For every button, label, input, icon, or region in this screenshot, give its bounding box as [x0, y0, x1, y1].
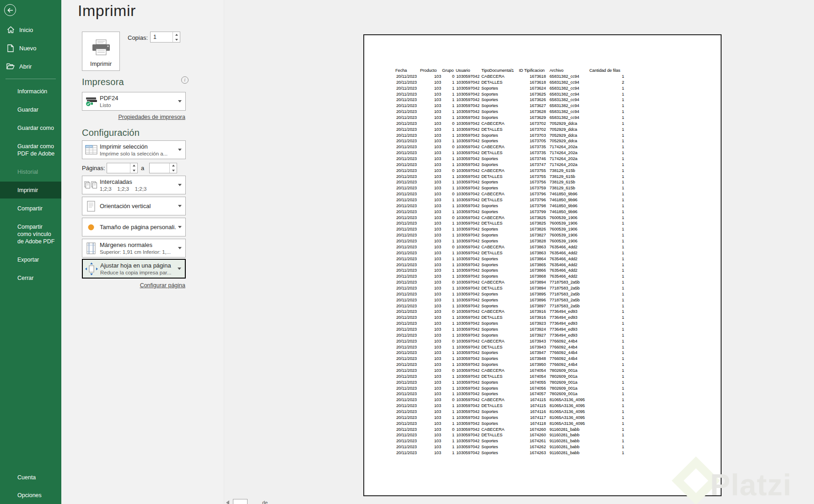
table-cell: 1 [589, 321, 624, 327]
chevron-down-icon [178, 268, 181, 270]
table-cell: 1 [589, 356, 624, 362]
table-cell: DETALLES [481, 80, 520, 86]
scaling-dropdown[interactable]: Ajustar hoja en una página Reduce la cop… [82, 259, 186, 279]
previous-page-icon[interactable] [226, 500, 229, 504]
sidebar-item-imprimir[interactable]: Imprimir [0, 182, 61, 198]
collation-title: Intercaladas [100, 178, 176, 186]
copies-input[interactable] [151, 32, 175, 42]
table-cell: 103 [420, 403, 441, 409]
portrait-page-icon [82, 201, 100, 212]
table-cell: 1 [442, 391, 454, 397]
sidebar-item-nuevo[interactable]: Nuevo [6, 43, 37, 53]
table-row: 20/11/202310311030597042Soportes16742629… [364, 444, 721, 450]
table-cell: 1673864 [519, 256, 546, 262]
table-cell: 20/11/2023 [396, 103, 424, 109]
new-doc-icon [6, 44, 15, 52]
printer-status: Listo [100, 102, 176, 108]
table-cell: 1 [442, 432, 454, 438]
table-cell: 1 [442, 185, 454, 191]
table-cell: 1 [442, 415, 454, 421]
pages-from-spin-buttons[interactable] [130, 163, 137, 173]
table-cell: 1673943 [519, 344, 546, 350]
table-cell: 1674056 [519, 386, 546, 391]
sidebar-item-compartir[interactable]: Compartir [0, 205, 61, 212]
table-cell: 7802609_001a [550, 368, 592, 374]
table-cell: 1674115 [519, 397, 546, 403]
sidebar-item-opciones[interactable]: Opciones [17, 492, 42, 499]
table-cell: Soportes [481, 103, 520, 109]
copies-spin-buttons[interactable] [173, 32, 180, 42]
table-cell: 20/11/2023 [396, 327, 424, 332]
print-button[interactable]: Imprimir [82, 32, 120, 71]
table-row: 20/11/202310311030597042Soportes16742639… [364, 450, 721, 456]
pages-to-input[interactable] [150, 163, 172, 173]
info-icon[interactable]: i [181, 76, 189, 84]
sidebar-item-cuenta[interactable]: Cuenta [17, 474, 36, 481]
printer-section-heading: Impresora [82, 77, 124, 87]
table-cell: 77187583_2a5b [550, 285, 592, 291]
orientation-dropdown[interactable]: Orientación vertical [82, 197, 186, 215]
sidebar-item-label: Información [17, 88, 47, 95]
printer-properties-link[interactable]: Propiedades de impresora [104, 114, 185, 120]
printer-select[interactable]: PDF24 Listo [82, 92, 186, 111]
table-cell: 1030597042 [456, 321, 480, 327]
sidebar-item-guardar-como[interactable]: Guardar como [0, 124, 61, 132]
table-row: 20/11/202310311030597042Soportes16738967… [364, 297, 721, 303]
back-button[interactable] [4, 4, 16, 16]
print-what-dropdown[interactable]: Imprimir selección Imprime solo la selec… [82, 140, 186, 159]
page-number-input[interactable] [233, 499, 248, 504]
sidebar-item-cerrar[interactable]: Cerrar [0, 274, 61, 282]
table-cell: 1 [589, 150, 624, 156]
table-cell: Soportes [481, 291, 520, 297]
table-cell: 103 [420, 374, 441, 380]
table-cell: 1 [442, 297, 454, 303]
table-cell: 1 [589, 156, 624, 162]
selection-grid-icon [82, 145, 100, 155]
sidebar-item-inicio[interactable]: Inicio [6, 25, 33, 34]
table-cell: 0 [442, 121, 454, 127]
collation-dropdown[interactable]: Intercaladas 1;2;3 1;2;3 1;2;3 [82, 176, 186, 194]
table-row: 20/11/202310311030597042DETALLES16737557… [364, 174, 721, 180]
table-cell: 1030597042 [456, 86, 480, 91]
table-cell: 1030597042 [456, 380, 480, 386]
page-setup-link[interactable]: Configurar página [104, 282, 185, 289]
sidebar-item-informacion[interactable]: Información [0, 88, 61, 95]
table-cell: 1 [442, 197, 454, 203]
table-cell: 20/11/2023 [396, 226, 424, 232]
table-cell: 65831382_cc94 [550, 97, 592, 103]
platzi-watermark-text: Platzi [710, 467, 792, 502]
table-cell: 738129_615b [550, 174, 592, 180]
table-cell: 103 [420, 415, 441, 421]
table-cell: 1673868 [519, 273, 546, 279]
table-cell: 1 [589, 185, 624, 191]
table-cell: 0 [442, 338, 454, 344]
copies-label: Copias: [128, 34, 148, 41]
table-cell: 1030597042 [456, 303, 480, 309]
table-cell: 1 [589, 327, 624, 332]
spin-up-icon [172, 165, 175, 166]
table-cell: DETALLES [481, 285, 520, 291]
table-cell: 1 [589, 103, 624, 109]
table-cell: 103 [420, 397, 441, 403]
table-cell: 20/11/2023 [396, 133, 424, 139]
table-cell: 103 [420, 150, 441, 156]
table-cell: 1673943 [519, 338, 546, 344]
table-cell: 1 [442, 332, 454, 338]
sidebar-item-guardar[interactable]: Guardar [0, 106, 61, 113]
pages-from-input[interactable] [107, 163, 132, 173]
sidebar-item-guardar-como-pdf-de-adobe[interactable]: Guardar como PDF de Adobe [0, 143, 61, 157]
table-cell: 1 [442, 344, 454, 350]
sidebar-item-compartir-como-vinculo-de-adobe-pdf[interactable]: Compartir como vínculo de Adobe PDF [0, 223, 61, 245]
margins-dropdown[interactable]: Márgenes normales Superior: 1,91 cm Infe… [82, 239, 186, 257]
table-cell: 1674054 [519, 368, 546, 374]
table-cell: 1673746 [519, 156, 546, 162]
paper-size-dropdown[interactable]: Tamaño de página personali... [82, 218, 186, 236]
sidebar-item-exportar[interactable]: Exportar [0, 256, 61, 263]
table-cell: 1 [589, 232, 624, 238]
table-cell: 20/11/2023 [396, 380, 424, 386]
table-row: 20/11/202310311030597042Soportes16738647… [364, 256, 721, 262]
pages-to-spin-buttons[interactable] [169, 163, 177, 173]
table-cell: 103 [420, 427, 441, 433]
table-cell: DETALLES [481, 315, 520, 321]
sidebar-item-abrir[interactable]: Abrir [6, 62, 32, 71]
